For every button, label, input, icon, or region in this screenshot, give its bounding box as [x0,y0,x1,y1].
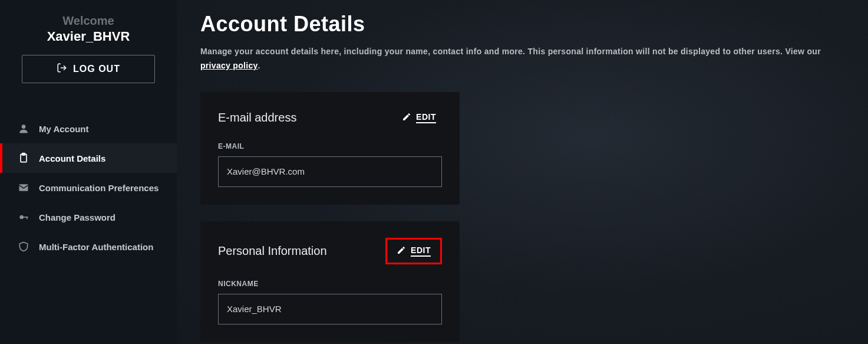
edit-label: EDIT [416,112,436,123]
pencil-icon [397,245,406,257]
svg-point-5 [19,215,24,219]
clipboard-icon [18,152,29,164]
sidebar-item-label: Change Password [39,212,115,222]
main-content: Account Details Manage your account deta… [177,0,868,344]
personal-card-header: Personal Information EDIT [218,238,442,264]
sidebar-item-label: Communication Preferences [39,183,159,193]
email-card-header: E-mail address EDIT [218,109,442,127]
sidebar-item-label: Multi-Factor Authentication [39,242,153,252]
email-field-value: Xavier@BHVR.com [218,156,442,187]
logout-label: LOG OUT [73,64,120,74]
email-card: E-mail address EDIT E-MAIL Xavier@BHVR.c… [200,92,460,205]
welcome-block: Welcome Xavier_BHVR LOG OUT [0,14,177,94]
privacy-policy-link[interactable]: privacy policy [200,61,258,70]
sidebar-item-my-account[interactable]: My Account [0,114,177,143]
key-icon [18,211,29,223]
sidebar-item-mfa[interactable]: Multi-Factor Authentication [0,232,177,261]
nickname-field-value: Xavier_BHVR [218,294,442,325]
nickname-field-label: NICKNAME [218,280,442,288]
personal-card-title: Personal Information [218,244,327,258]
sidebar-nav: My Account Account Details Communication… [0,114,177,261]
subtitle-suffix: . [258,61,260,70]
shield-icon [18,241,29,253]
sidebar-item-label: My Account [39,124,88,134]
user-icon [18,123,29,135]
svg-rect-7 [27,217,28,219]
svg-point-1 [22,125,26,129]
sidebar-item-label: Account Details [39,153,105,163]
sidebar: Welcome Xavier_BHVR LOG OUT My Account [0,0,177,344]
welcome-label: Welcome [21,14,156,28]
logout-icon [57,63,67,76]
logout-button[interactable]: LOG OUT [22,55,155,83]
email-field-label: E-MAIL [218,142,442,150]
subtitle-text: Manage your account details here, includ… [200,47,821,56]
page-title: Account Details [200,12,844,37]
mail-icon [18,182,29,194]
personal-info-card: Personal Information EDIT NICKNAME Xavie… [200,221,460,342]
pencil-icon [402,112,411,123]
page-subtitle: Manage your account details here, includ… [200,45,825,73]
svg-rect-3 [22,153,25,155]
welcome-username: Xavier_BHVR [21,29,156,44]
sidebar-item-change-password[interactable]: Change Password [0,202,177,232]
sidebar-item-account-details[interactable]: Account Details [0,143,177,173]
email-card-title: E-mail address [218,111,296,125]
edit-label: EDIT [411,245,431,257]
sidebar-item-communication-preferences[interactable]: Communication Preferences [0,173,177,202]
edit-personal-button[interactable]: EDIT [393,243,434,259]
edit-personal-highlight: EDIT [385,238,442,264]
edit-email-button[interactable]: EDIT [396,109,442,127]
